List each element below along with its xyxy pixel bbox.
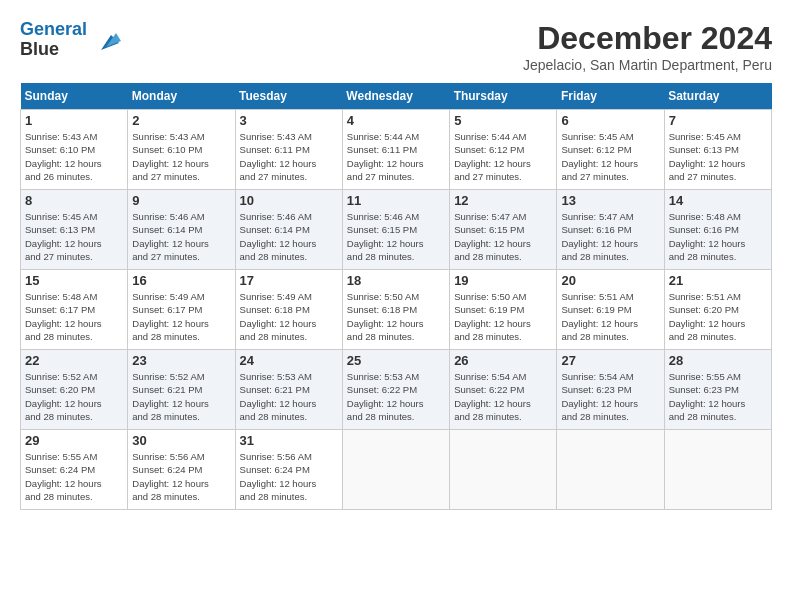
day-info: Sunrise: 5:47 AMSunset: 6:16 PMDaylight:… bbox=[561, 210, 659, 263]
day-info: Sunrise: 5:43 AMSunset: 6:11 PMDaylight:… bbox=[240, 130, 338, 183]
calendar-cell: 5Sunrise: 5:44 AMSunset: 6:12 PMDaylight… bbox=[450, 110, 557, 190]
day-number: 15 bbox=[25, 273, 123, 288]
logo-text: GeneralBlue bbox=[20, 20, 87, 60]
day-info: Sunrise: 5:52 AMSunset: 6:21 PMDaylight:… bbox=[132, 370, 230, 423]
day-number: 4 bbox=[347, 113, 445, 128]
day-number: 27 bbox=[561, 353, 659, 368]
calendar-cell: 4Sunrise: 5:44 AMSunset: 6:11 PMDaylight… bbox=[342, 110, 449, 190]
day-info: Sunrise: 5:45 AMSunset: 6:12 PMDaylight:… bbox=[561, 130, 659, 183]
calendar-cell: 30Sunrise: 5:56 AMSunset: 6:24 PMDayligh… bbox=[128, 430, 235, 510]
calendar-cell bbox=[342, 430, 449, 510]
day-number: 14 bbox=[669, 193, 767, 208]
day-info: Sunrise: 5:47 AMSunset: 6:15 PMDaylight:… bbox=[454, 210, 552, 263]
weekday-header-saturday: Saturday bbox=[664, 83, 771, 110]
day-number: 6 bbox=[561, 113, 659, 128]
day-number: 5 bbox=[454, 113, 552, 128]
calendar-cell: 31Sunrise: 5:56 AMSunset: 6:24 PMDayligh… bbox=[235, 430, 342, 510]
calendar-cell bbox=[450, 430, 557, 510]
day-number: 2 bbox=[132, 113, 230, 128]
calendar-cell: 20Sunrise: 5:51 AMSunset: 6:19 PMDayligh… bbox=[557, 270, 664, 350]
calendar-cell: 14Sunrise: 5:48 AMSunset: 6:16 PMDayligh… bbox=[664, 190, 771, 270]
calendar-cell: 9Sunrise: 5:46 AMSunset: 6:14 PMDaylight… bbox=[128, 190, 235, 270]
calendar-cell: 17Sunrise: 5:49 AMSunset: 6:18 PMDayligh… bbox=[235, 270, 342, 350]
day-info: Sunrise: 5:46 AMSunset: 6:15 PMDaylight:… bbox=[347, 210, 445, 263]
day-info: Sunrise: 5:56 AMSunset: 6:24 PMDaylight:… bbox=[240, 450, 338, 503]
calendar-cell: 25Sunrise: 5:53 AMSunset: 6:22 PMDayligh… bbox=[342, 350, 449, 430]
day-number: 10 bbox=[240, 193, 338, 208]
day-info: Sunrise: 5:49 AMSunset: 6:18 PMDaylight:… bbox=[240, 290, 338, 343]
calendar-week-4: 22Sunrise: 5:52 AMSunset: 6:20 PMDayligh… bbox=[21, 350, 772, 430]
day-number: 9 bbox=[132, 193, 230, 208]
weekday-header-wednesday: Wednesday bbox=[342, 83, 449, 110]
month-title: December 2024 bbox=[523, 20, 772, 57]
logo-icon bbox=[91, 25, 121, 55]
weekday-header-tuesday: Tuesday bbox=[235, 83, 342, 110]
weekday-header-thursday: Thursday bbox=[450, 83, 557, 110]
weekday-header-monday: Monday bbox=[128, 83, 235, 110]
calendar-cell bbox=[557, 430, 664, 510]
calendar-cell: 28Sunrise: 5:55 AMSunset: 6:23 PMDayligh… bbox=[664, 350, 771, 430]
calendar-cell: 22Sunrise: 5:52 AMSunset: 6:20 PMDayligh… bbox=[21, 350, 128, 430]
day-number: 24 bbox=[240, 353, 338, 368]
calendar-cell bbox=[664, 430, 771, 510]
day-number: 13 bbox=[561, 193, 659, 208]
logo: GeneralBlue bbox=[20, 20, 121, 60]
day-info: Sunrise: 5:48 AMSunset: 6:17 PMDaylight:… bbox=[25, 290, 123, 343]
day-info: Sunrise: 5:51 AMSunset: 6:19 PMDaylight:… bbox=[561, 290, 659, 343]
calendar-cell: 3Sunrise: 5:43 AMSunset: 6:11 PMDaylight… bbox=[235, 110, 342, 190]
day-info: Sunrise: 5:51 AMSunset: 6:20 PMDaylight:… bbox=[669, 290, 767, 343]
calendar-cell: 18Sunrise: 5:50 AMSunset: 6:18 PMDayligh… bbox=[342, 270, 449, 350]
day-number: 19 bbox=[454, 273, 552, 288]
day-info: Sunrise: 5:45 AMSunset: 6:13 PMDaylight:… bbox=[669, 130, 767, 183]
weekday-header-sunday: Sunday bbox=[21, 83, 128, 110]
day-number: 21 bbox=[669, 273, 767, 288]
day-info: Sunrise: 5:44 AMSunset: 6:11 PMDaylight:… bbox=[347, 130, 445, 183]
location: Jepelacio, San Martin Department, Peru bbox=[523, 57, 772, 73]
day-info: Sunrise: 5:44 AMSunset: 6:12 PMDaylight:… bbox=[454, 130, 552, 183]
day-number: 30 bbox=[132, 433, 230, 448]
day-number: 31 bbox=[240, 433, 338, 448]
day-number: 11 bbox=[347, 193, 445, 208]
day-number: 26 bbox=[454, 353, 552, 368]
day-info: Sunrise: 5:56 AMSunset: 6:24 PMDaylight:… bbox=[132, 450, 230, 503]
day-info: Sunrise: 5:46 AMSunset: 6:14 PMDaylight:… bbox=[240, 210, 338, 263]
calendar-week-2: 8Sunrise: 5:45 AMSunset: 6:13 PMDaylight… bbox=[21, 190, 772, 270]
day-info: Sunrise: 5:45 AMSunset: 6:13 PMDaylight:… bbox=[25, 210, 123, 263]
day-info: Sunrise: 5:46 AMSunset: 6:14 PMDaylight:… bbox=[132, 210, 230, 263]
calendar-cell: 1Sunrise: 5:43 AMSunset: 6:10 PMDaylight… bbox=[21, 110, 128, 190]
day-info: Sunrise: 5:55 AMSunset: 6:24 PMDaylight:… bbox=[25, 450, 123, 503]
calendar-cell: 29Sunrise: 5:55 AMSunset: 6:24 PMDayligh… bbox=[21, 430, 128, 510]
calendar-cell: 13Sunrise: 5:47 AMSunset: 6:16 PMDayligh… bbox=[557, 190, 664, 270]
page-header: GeneralBlue December 2024 Jepelacio, San… bbox=[20, 20, 772, 73]
calendar-cell: 6Sunrise: 5:45 AMSunset: 6:12 PMDaylight… bbox=[557, 110, 664, 190]
day-number: 23 bbox=[132, 353, 230, 368]
day-number: 7 bbox=[669, 113, 767, 128]
day-number: 28 bbox=[669, 353, 767, 368]
day-number: 17 bbox=[240, 273, 338, 288]
calendar-cell: 16Sunrise: 5:49 AMSunset: 6:17 PMDayligh… bbox=[128, 270, 235, 350]
calendar-table: SundayMondayTuesdayWednesdayThursdayFrid… bbox=[20, 83, 772, 510]
day-info: Sunrise: 5:54 AMSunset: 6:22 PMDaylight:… bbox=[454, 370, 552, 423]
day-info: Sunrise: 5:53 AMSunset: 6:21 PMDaylight:… bbox=[240, 370, 338, 423]
calendar-cell: 8Sunrise: 5:45 AMSunset: 6:13 PMDaylight… bbox=[21, 190, 128, 270]
calendar-week-3: 15Sunrise: 5:48 AMSunset: 6:17 PMDayligh… bbox=[21, 270, 772, 350]
calendar-cell: 2Sunrise: 5:43 AMSunset: 6:10 PMDaylight… bbox=[128, 110, 235, 190]
day-info: Sunrise: 5:48 AMSunset: 6:16 PMDaylight:… bbox=[669, 210, 767, 263]
calendar-cell: 26Sunrise: 5:54 AMSunset: 6:22 PMDayligh… bbox=[450, 350, 557, 430]
calendar-cell: 24Sunrise: 5:53 AMSunset: 6:21 PMDayligh… bbox=[235, 350, 342, 430]
day-number: 22 bbox=[25, 353, 123, 368]
day-number: 29 bbox=[25, 433, 123, 448]
day-number: 3 bbox=[240, 113, 338, 128]
day-info: Sunrise: 5:50 AMSunset: 6:19 PMDaylight:… bbox=[454, 290, 552, 343]
day-info: Sunrise: 5:49 AMSunset: 6:17 PMDaylight:… bbox=[132, 290, 230, 343]
day-info: Sunrise: 5:54 AMSunset: 6:23 PMDaylight:… bbox=[561, 370, 659, 423]
calendar-cell: 11Sunrise: 5:46 AMSunset: 6:15 PMDayligh… bbox=[342, 190, 449, 270]
day-number: 12 bbox=[454, 193, 552, 208]
day-info: Sunrise: 5:43 AMSunset: 6:10 PMDaylight:… bbox=[132, 130, 230, 183]
calendar-cell: 12Sunrise: 5:47 AMSunset: 6:15 PMDayligh… bbox=[450, 190, 557, 270]
calendar-cell: 10Sunrise: 5:46 AMSunset: 6:14 PMDayligh… bbox=[235, 190, 342, 270]
calendar-week-1: 1Sunrise: 5:43 AMSunset: 6:10 PMDaylight… bbox=[21, 110, 772, 190]
calendar-cell: 21Sunrise: 5:51 AMSunset: 6:20 PMDayligh… bbox=[664, 270, 771, 350]
day-number: 20 bbox=[561, 273, 659, 288]
calendar-cell: 27Sunrise: 5:54 AMSunset: 6:23 PMDayligh… bbox=[557, 350, 664, 430]
